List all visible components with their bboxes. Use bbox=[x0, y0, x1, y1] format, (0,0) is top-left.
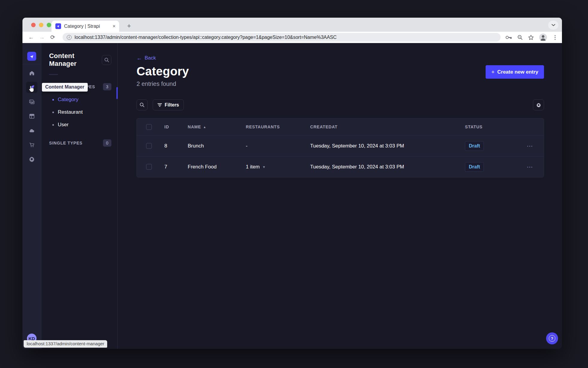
plus-icon: + bbox=[491, 69, 495, 75]
cell-restaurants: - bbox=[246, 143, 310, 149]
cell-name: Brunch bbox=[188, 143, 246, 149]
toolbar-icons: ⋮ bbox=[505, 34, 558, 41]
address-bar[interactable]: i localhost:1337/admin/content-manager/c… bbox=[63, 33, 501, 42]
subnav-divider bbox=[49, 74, 58, 75]
tab-title: Category | Strapi bbox=[64, 24, 110, 29]
nav-item-media-library[interactable] bbox=[26, 96, 37, 107]
main-content: ← Back Category + Create new entry 2 ent… bbox=[118, 43, 562, 349]
column-header-status[interactable]: STATUS bbox=[465, 124, 516, 129]
collection-types-count-badge: 3 bbox=[103, 83, 111, 90]
subnav-title: Content Manager bbox=[49, 52, 102, 68]
bullet-icon bbox=[52, 124, 54, 126]
forward-button[interactable]: → bbox=[37, 34, 46, 41]
cell-id: 7 bbox=[164, 164, 188, 170]
nav-item-cloud[interactable] bbox=[26, 125, 37, 136]
browser-tabstrip: ➤ Category | Strapi × + bbox=[22, 18, 562, 32]
content-manager-feather-icon bbox=[29, 84, 35, 91]
single-types-label: SINGLE TYPES bbox=[49, 141, 83, 145]
content-manager-subnav: Content Manager COLLECTION TYPES 3 Categ… bbox=[41, 43, 118, 349]
nav-item-content-manager[interactable] bbox=[26, 82, 37, 93]
row-checkbox[interactable] bbox=[146, 143, 152, 149]
minimize-window-button[interactable] bbox=[39, 23, 43, 27]
nav-item-content-type-builder[interactable] bbox=[26, 110, 37, 122]
cell-id: 8 bbox=[164, 143, 188, 149]
cell-name: French Food bbox=[188, 164, 246, 170]
row-actions-button[interactable]: ⋯ bbox=[516, 163, 544, 171]
content-manager-tooltip: Content Manager bbox=[42, 83, 88, 92]
gear-icon bbox=[536, 102, 541, 108]
main-nav: ➤ bbox=[22, 43, 41, 349]
link-preview-statusbar: localhost:1337/admin/content-manager bbox=[24, 340, 107, 348]
single-types-count-badge: 0 bbox=[103, 139, 111, 147]
question-mark-icon: ? bbox=[549, 335, 555, 342]
settings-gear-icon bbox=[28, 156, 35, 162]
list-search-button[interactable] bbox=[137, 99, 148, 110]
tab-search-button[interactable] bbox=[548, 21, 558, 30]
profile-avatar-icon[interactable] bbox=[539, 34, 547, 41]
nav-divider bbox=[22, 64, 41, 64]
browser-menu-icon[interactable]: ⋮ bbox=[552, 34, 558, 41]
filter-icon bbox=[157, 103, 162, 107]
search-icon bbox=[104, 57, 109, 63]
window-controls bbox=[31, 23, 51, 27]
close-tab-icon[interactable]: × bbox=[113, 23, 116, 29]
browser-toolbar: ← → ⟳ i localhost:1337/admin/content-man… bbox=[22, 32, 562, 43]
site-info-icon[interactable]: i bbox=[67, 35, 72, 40]
cell-createdat: Tuesday, September 10, 2024 at 3:03 PM bbox=[310, 164, 465, 170]
cell-createdat: Tuesday, September 10, 2024 at 3:03 PM bbox=[310, 143, 465, 149]
subnav-item-restaurant[interactable]: Restaurant bbox=[49, 106, 111, 118]
new-tab-button[interactable]: + bbox=[124, 21, 134, 31]
content-type-builder-icon bbox=[29, 113, 35, 119]
filters-button[interactable]: Filters bbox=[153, 99, 184, 110]
zoom-window-button[interactable] bbox=[47, 23, 51, 27]
column-header-id[interactable]: ID bbox=[164, 124, 188, 129]
table-row[interactable]: 7 French Food 1 item ▼ Tuesday, Septembe… bbox=[137, 156, 544, 177]
strapi-favicon: ➤ bbox=[55, 23, 61, 29]
home-icon bbox=[29, 70, 35, 76]
subnav-search-button[interactable] bbox=[102, 55, 111, 65]
bookmark-star-icon[interactable] bbox=[528, 35, 534, 40]
nav-item-home[interactable] bbox=[26, 67, 37, 79]
strapi-admin-app: ➤ bbox=[22, 43, 562, 349]
help-button[interactable]: ? bbox=[546, 332, 558, 344]
view-settings-button[interactable] bbox=[533, 99, 544, 110]
desktop-background: ➤ Category | Strapi × + ← → ⟳ i localhos… bbox=[0, 0, 588, 368]
row-checkbox[interactable] bbox=[146, 164, 152, 170]
column-header-createdat[interactable]: CREATEDAT bbox=[310, 124, 465, 129]
browser-window: ➤ Category | Strapi × + ← → ⟳ i localhos… bbox=[22, 18, 562, 349]
entries-count: 2 entries found bbox=[137, 80, 544, 87]
back-link[interactable]: ← Back bbox=[137, 55, 156, 61]
table-row[interactable]: 8 Brunch - Tuesday, September 10, 2024 a… bbox=[137, 135, 544, 156]
zoom-icon[interactable] bbox=[517, 35, 523, 40]
strapi-logo[interactable]: ➤ bbox=[27, 52, 36, 61]
password-key-icon[interactable] bbox=[505, 35, 512, 39]
back-button[interactable]: ← bbox=[27, 34, 36, 41]
subnav-item-user[interactable]: User bbox=[49, 118, 111, 131]
browser-tab[interactable]: ➤ Category | Strapi × bbox=[51, 21, 119, 32]
column-header-name[interactable]: NAME ▲ bbox=[188, 124, 246, 129]
cell-restaurants[interactable]: 1 item ▼ bbox=[246, 164, 310, 170]
column-header-restaurants[interactable]: RESTAURANTS bbox=[246, 124, 310, 129]
nav-item-marketplace[interactable] bbox=[26, 139, 37, 150]
bullet-icon bbox=[52, 99, 54, 101]
subnav-item-category[interactable]: Category bbox=[49, 93, 111, 106]
table-toolbar: Filters bbox=[137, 99, 544, 110]
status-badge: Draft bbox=[465, 162, 484, 172]
search-icon bbox=[140, 102, 145, 107]
single-types-section-header: SINGLE TYPES 0 bbox=[49, 139, 111, 147]
status-badge: Draft bbox=[465, 141, 484, 151]
shopping-cart-icon bbox=[29, 142, 35, 148]
row-actions-button[interactable]: ⋯ bbox=[516, 142, 544, 150]
nav-item-settings[interactable] bbox=[26, 153, 37, 165]
close-window-button[interactable] bbox=[31, 23, 36, 27]
media-library-icon bbox=[29, 99, 35, 105]
reload-button[interactable]: ⟳ bbox=[48, 34, 57, 41]
create-new-entry-button[interactable]: + Create new entry bbox=[486, 65, 544, 79]
table-header-row: ID NAME ▲ RESTAURANTS CREATEDAT STATUS bbox=[137, 118, 544, 135]
select-all-checkbox[interactable] bbox=[146, 124, 152, 130]
entries-table: ID NAME ▲ RESTAURANTS CREATEDAT STATUS 8 bbox=[137, 118, 544, 177]
chevron-down-icon bbox=[551, 24, 555, 26]
url-text: localhost:1337/admin/content-manager/col… bbox=[75, 35, 337, 40]
sort-ascending-icon: ▲ bbox=[203, 125, 206, 129]
expand-relation-icon: ▼ bbox=[262, 165, 266, 169]
